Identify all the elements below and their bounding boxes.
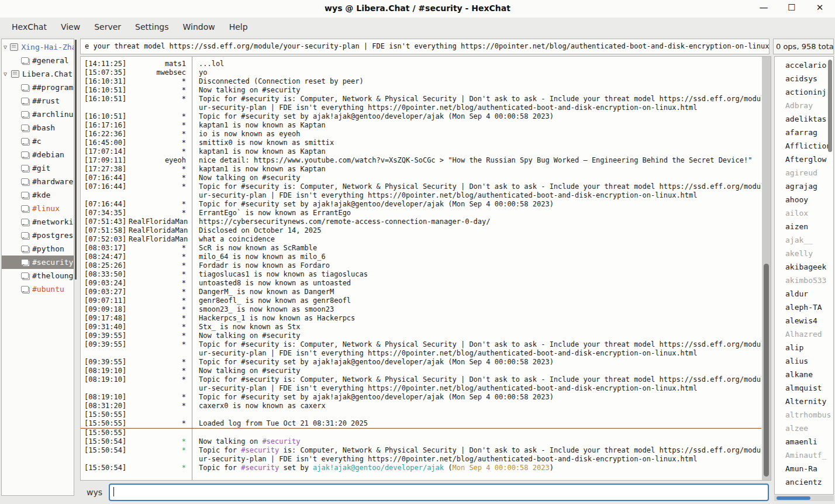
nick: [129, 384, 193, 393]
user-list-item[interactable]: akimbo533: [775, 274, 833, 287]
user-list-item[interactable]: Aminautf_: [775, 448, 833, 462]
chat-scrollbar-thumb[interactable]: [764, 264, 769, 477]
message-text: untoasted8 is now known as untoasted: [199, 279, 761, 288]
user-list-item[interactable]: alius: [775, 354, 833, 368]
user-list-item[interactable]: actioninj: [775, 85, 833, 99]
user-list-item[interactable]: aleph-TA: [775, 301, 833, 314]
topic-input[interactable]: e your threat model https://ssd.eff.org/…: [80, 39, 770, 54]
userlist-scrollbar-thumb[interactable]: [828, 60, 832, 152]
menu-item-view[interactable]: View: [55, 20, 86, 34]
message-text: ur-security-plan | FDE isn't everything …: [199, 349, 761, 358]
tree-channel-security[interactable]: #security: [2, 256, 74, 269]
user-list-item[interactable]: alzee: [775, 422, 833, 435]
tree-channel-kde[interactable]: #kde: [2, 188, 74, 202]
user-list-item[interactable]: alewis4: [775, 314, 833, 327]
tree-channel-ubuntu[interactable]: #ubuntu: [2, 282, 74, 296]
menu-item-window[interactable]: Window: [177, 20, 220, 34]
user-list-item[interactable]: acidsys: [775, 72, 833, 85]
userlist-hscrollbar-thumb[interactable]: [777, 496, 810, 500]
user-list-item[interactable]: ajak__: [775, 233, 833, 247]
channel-name: #hardware: [32, 175, 73, 188]
network-name: Libera.Chat: [22, 67, 73, 81]
message-input-row: wys: [80, 483, 771, 502]
tree-network-libera.chat[interactable]: ▽Libera.Chat: [2, 67, 74, 81]
tree-network-xing-hai-zhan[interactable]: ▽Xing-Hai-Zhan: [2, 40, 74, 54]
chat-line: [08:19:10]*Now talking on #security: [81, 367, 761, 375]
user-list-item[interactable]: akibageek: [775, 260, 833, 274]
user-list-item[interactable]: adeliktas: [775, 112, 833, 126]
timestamp: [08:19:10]: [81, 375, 129, 384]
menu-item-settings[interactable]: Settings: [129, 20, 174, 34]
channel-name: ##rust: [32, 94, 60, 108]
user-list-item[interactable]: Alternity: [775, 395, 833, 408]
tree-channel-archlinux[interactable]: #archlinux: [2, 108, 74, 121]
user-list-item[interactable]: Afterglow: [775, 153, 833, 166]
menu-item-help[interactable]: Help: [223, 20, 254, 34]
tree-channel-c[interactable]: #c: [2, 134, 74, 148]
user-list-item[interactable]: aldur: [775, 287, 833, 301]
chat-line: ur-security-plan | FDE isn't everything …: [81, 349, 761, 358]
tree-channel-rust[interactable]: ##rust: [2, 94, 74, 108]
timestamp: [07:16:44]: [81, 200, 129, 209]
user-list-item[interactable]: Alhazred: [775, 327, 833, 341]
userlist-hscrollbar[interactable]: [774, 495, 834, 501]
user-list-item[interactable]: Affliction: [775, 139, 833, 153]
message-text: Topic for #security is: Computer, Networ…: [199, 446, 761, 455]
collapse-arrow-icon[interactable]: ▽: [4, 67, 11, 81]
user-list-item[interactable]: ancientz: [775, 475, 833, 489]
tree-channel-debian[interactable]: #debian: [2, 148, 74, 161]
nick: *: [129, 332, 193, 340]
tree-channel-bash[interactable]: #bash: [2, 121, 74, 134]
message-input[interactable]: [109, 484, 769, 501]
timestamp: [09:07:11]: [81, 296, 129, 305]
tree-channel-thelounge[interactable]: #thelounge: [2, 269, 74, 282]
collapse-arrow-icon[interactable]: ▽: [4, 40, 10, 54]
host-text: ajak!ajak@gentoo/developer/ajak: [313, 464, 444, 472]
chat-scrollbar[interactable]: [762, 57, 771, 480]
user-list-item[interactable]: almquist: [775, 381, 833, 395]
timestamp: [16:10:51]: [81, 86, 129, 95]
tree-channel-linux[interactable]: #linux: [2, 202, 74, 215]
message-text: DangerM_ is now known as DangerM: [199, 288, 761, 296]
user-list-item[interactable]: aizen: [775, 220, 833, 233]
chat-line: ur-security-plan | FDE isn't everything …: [81, 191, 761, 200]
tree-channel-networking[interactable]: #networking: [2, 215, 74, 229]
tree-channel-hardware[interactable]: #hardware: [2, 175, 74, 188]
tree-channel-python[interactable]: #python: [2, 242, 74, 256]
user-list-item[interactable]: amaenli: [775, 435, 833, 448]
menu-bar: HexChatViewServerSettingsWindowHelp: [0, 18, 835, 36]
tree-channel-postgresql[interactable]: #postgresql: [2, 229, 74, 242]
tree-channel-general[interactable]: #general: [2, 54, 74, 67]
channel-tree-scrollbar[interactable]: [75, 40, 77, 279]
user-list-item[interactable]: Adbray: [775, 99, 833, 112]
menu-item-server[interactable]: Server: [88, 20, 127, 34]
timestamp: [08:19:10]: [81, 367, 129, 375]
channel-name: #git: [32, 161, 50, 175]
minimize-icon[interactable]: —: [759, 2, 768, 13]
timestamp: [16:45:00]: [81, 139, 129, 147]
tree-channel-git[interactable]: #git: [2, 161, 74, 175]
user-list-item[interactable]: altrhombus: [775, 408, 833, 422]
close-icon[interactable]: ✕: [815, 2, 824, 13]
timestamp: [09:39:55]: [81, 340, 129, 349]
user-list-item[interactable]: accelario: [775, 58, 833, 72]
tree-channel-programming[interactable]: ##programming: [2, 81, 74, 94]
user-list-item[interactable]: agrajag: [775, 179, 833, 193]
user-list-item[interactable]: afarrag: [775, 126, 833, 139]
user-list-item[interactable]: alip: [775, 341, 833, 354]
menu-item-hexchat[interactable]: HexChat: [6, 20, 53, 34]
chat-line: [16:10:31]*Disconnected (Connection rese…: [81, 77, 761, 86]
user-list-item[interactable]: akelly: [775, 247, 833, 260]
message-text: Topic for #security set by ajak!ajak@gen…: [199, 200, 761, 209]
channel-name: #debian: [32, 148, 64, 161]
user-list-item[interactable]: Amun-Ra: [775, 462, 833, 475]
user-list-item[interactable]: ailox: [775, 206, 833, 220]
user-list-item[interactable]: alkane: [775, 368, 833, 381]
message-text: ErrantEgo` is now known as ErrantEgo: [199, 209, 761, 218]
user-list-item[interactable]: ahooy: [775, 193, 833, 206]
timestamp: [81, 349, 129, 358]
user-list-item[interactable]: agireud: [775, 166, 833, 179]
message-text: what a coincidence: [199, 235, 761, 244]
maximize-icon[interactable]: ☐: [787, 2, 796, 13]
nick: *: [129, 165, 193, 174]
